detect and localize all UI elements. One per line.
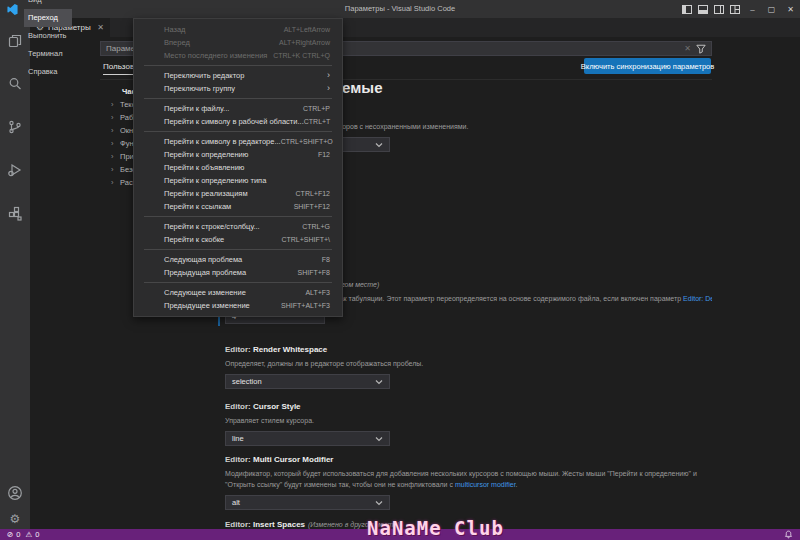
toggle-panel-icon[interactable] [695,0,711,18]
menubar-item-справка[interactable]: Справка [24,63,72,81]
menu-item-shortcut: CTRL+F12 [296,190,330,197]
warnings-icon: ⚠ [25,530,32,539]
select-value: selection [232,377,375,386]
menu-item-label: Перейти к ссылкам [164,202,294,211]
menubar-item-терминал[interactable]: Терминал [24,45,72,63]
customize-layout-icon[interactable] [727,0,743,18]
setting-description: Модификатор, который будет использоватьс… [225,468,712,490]
menu-item-label: Следующая проблема [164,255,322,264]
menubar-item-выполнить[interactable]: Выполнить [24,27,72,45]
setting-link[interactable]: multicursor modifier [455,481,516,488]
setting-select-cursor-style[interactable]: line [225,431,390,446]
extensions-icon[interactable] [5,203,25,223]
search-icon[interactable] [5,74,25,94]
notifications-bell-icon[interactable] [784,530,793,539]
menu-item[interactable]: Предыдущее изменениеSHIFT+ALT+F3 [134,299,342,312]
menu-item[interactable]: Следующее изменениеALT+F3 [134,286,342,299]
run-debug-icon[interactable] [5,160,25,180]
menubar-item-вид[interactable]: Вид [24,0,72,9]
clear-search-icon[interactable]: ✕ [684,44,691,53]
account-icon[interactable] [5,483,25,503]
menu-separator [144,65,332,66]
menu-item[interactable]: Переключить редактор› [134,69,342,82]
errors-count: 0 [16,530,20,539]
tab-close-icon[interactable]: ✕ [97,23,104,32]
menu-item-shortcut: F12 [318,151,330,158]
menu-item-label: Вперед [164,38,279,47]
menu-item-label: Переключить группу [164,84,327,93]
chevron-right-icon: › [111,176,120,189]
maximize-button[interactable]: ▢ [762,0,781,18]
setting-select-multi-cursor-modifier[interactable]: alt [225,495,390,510]
menu-item[interactable]: Перейти к строке/столбцу...CTRL+G [134,220,342,233]
window-title: Параметры - Visual Studio Code [345,0,455,18]
toggle-sidebar-icon[interactable] [679,0,695,18]
explorer-icon[interactable] [5,31,25,51]
chevron-right-icon: › [111,163,120,176]
setting-select-render-whitespace[interactable]: selection [225,374,390,389]
chevron-down-icon [375,142,383,148]
menu-separator [144,216,332,217]
submenu-arrow-icon: › [327,71,330,80]
setting-row: Editor: Render WhitespaceОпределяет, дол… [225,345,712,389]
menu-item[interactable]: Переключить группу› [134,82,342,95]
warnings-count: 0 [35,530,39,539]
menu-item-label: Перейти к объявлению [164,163,330,172]
menu-separator [144,249,332,250]
close-window-button[interactable]: ✕ [781,0,800,18]
menu-item-label: Переключить редактор [164,71,327,80]
filter-icon[interactable] [696,44,706,54]
menu-item-shortcut: SHIFT+ALT+F3 [281,302,330,309]
menu-separator [144,98,332,99]
setting-title: Editor: Render Whitespace [225,345,712,355]
menu-item-shortcut: F8 [322,256,330,263]
menu-item[interactable]: Перейти к символу в рабочей области...CT… [134,115,342,128]
menu-item[interactable]: Перейти к символу в редакторе...CTRL+SHI… [134,135,342,148]
chevron-down-icon [375,500,383,506]
menu-item[interactable]: Перейти к ссылкамSHIFT+F12 [134,200,342,213]
menu-item[interactable]: Следующая проблемаF8 [134,253,342,266]
enable-settings-sync-button[interactable]: Включить синхронизацию параметров [584,58,711,74]
menu-item[interactable]: Перейти к реализациямCTRL+F12 [134,187,342,200]
menu-item[interactable]: Перейти к объявлению [134,161,342,174]
menu-item-label: Назад [164,25,284,34]
source-control-icon[interactable] [5,117,25,137]
menu-item-label: Следующее изменение [164,288,305,297]
menu-item[interactable]: Перейти к определению типа [134,174,342,187]
chevron-down-icon [375,436,383,442]
menu-item-label: Перейти к скобке [164,235,281,244]
select-value: line [232,434,375,443]
setting-row: Editor: Multi Cursor ModifierМодификатор… [225,455,712,510]
menu-item[interactable]: Предыдущая проблемаSHIFT+F8 [134,266,342,279]
menu-item-shortcut: ALT+RightArrow [279,39,330,46]
menu-item-label: Перейти к определению [164,150,318,159]
menu-item[interactable]: Перейти к скобкеCTRL+SHIFT+\ [134,233,342,246]
menu-item-label: Перейти к реализациям [164,189,296,198]
vscode-window: ФайлПравкаВыделениеВидПереходВыполнитьТе… [0,0,800,540]
menu-separator [144,282,332,283]
menu-item-shortcut: CTRL+K CTRL+Q [273,52,330,59]
menubar-item-переход[interactable]: Переход [24,9,72,27]
menu-item-shortcut: CTRL+SHIFT+\ [281,236,330,243]
setting-link[interactable]: Editor: Detect [683,295,712,302]
toggle-secondary-sidebar-icon[interactable] [711,0,727,18]
menu-item[interactable]: Перейти к файлу...CTRL+P [134,102,342,115]
menu-item: НазадALT+LeftArrow [134,23,342,36]
menu-item-label: Перейти к определению типа [164,176,330,185]
go-menu-dropdown: НазадALT+LeftArrowВпередALT+RightArrowМе… [133,18,343,317]
menu-item: ВпередALT+RightArrow [134,36,342,49]
menu-item-shortcut: CTRL+SHIFT+O [281,138,333,145]
setting-row: Editor: Cursor StyleУправляет стилем кур… [225,402,712,446]
submenu-arrow-icon: › [327,84,330,93]
menu-item-shortcut: CTRL+P [303,105,330,112]
menu-item[interactable]: Перейти к определениюF12 [134,148,342,161]
menu-item-shortcut: SHIFT+F8 [298,269,330,276]
chevron-right-icon: › [111,150,120,163]
chevron-right-icon: › [111,111,120,124]
manage-gear-icon[interactable]: ⚙ [5,509,25,529]
title-bar: ФайлПравкаВыделениеВидПереходВыполнитьТе… [0,0,800,18]
chevron-down-icon [375,379,383,385]
setting-description: Определяет, должны ли в редакторе отобра… [225,358,712,369]
setting-title: Editor: Cursor Style [225,402,712,412]
minimize-button[interactable]: – [743,0,762,18]
